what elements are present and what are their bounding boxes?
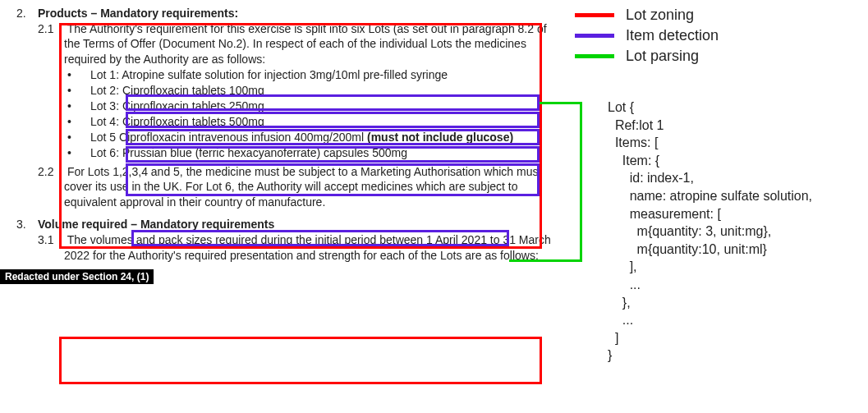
redacted-banner: Redacted under Section 24, (1) [0,269,154,284]
lot-2-item: Ciprofloxacin tablets 100mg [122,84,264,97]
lot-row-5: • Lot 5 Ciprofloxacin intravenous infusi… [90,131,558,145]
lot-row-4: • Lot 4: Ciprofloxacin tablets 500mg [90,115,558,130]
lot-6-item: Prussian blue (ferric hexacyanoferrate) … [122,146,407,159]
parse-l5: id: index-1, [608,171,694,185]
lot-list: • Lot 1: Atropine sulfate solution for i… [90,68,558,160]
para-2-1: 2.1 The Authority's requirement for this… [64,21,558,67]
section-2-num: 2. [16,7,34,20]
legend-swatch-purple [575,34,614,38]
parse-l7: measurement: [ [608,207,721,221]
lot-5-label: Lot 5 [90,131,116,144]
lot-3-item: Ciprofloxacin tablets 250mg [122,99,264,112]
lot-5-item-bold: (must not include glucose) [367,131,513,144]
parse-l13: ... [608,313,633,327]
legend-swatch-green [575,54,614,58]
parse-l6: name: atropine sulfate solution, [608,189,812,203]
lot-4-label: Lot 4: [90,115,119,128]
lot-4-item: Ciprofloxacin tablets 500mg [122,115,264,128]
para-2-2-num: 2.2 [38,164,64,179]
para-2-1-text: The Authority's requirement for this exe… [64,22,547,66]
legend-label-green: Lot parsing [626,48,699,65]
section-3-num: 3. [16,218,34,231]
parse-l4: Item: { [608,154,659,167]
para-2-1-num: 2.1 [38,21,64,36]
legend-row-red: Lot zoning [575,7,719,24]
legend: Lot zoning Item detection Lot parsing [575,7,719,68]
section-2-heading: 2. Products – Mandatory requirements: [16,7,558,20]
parse-l8: m{quantity: 3, unit:mg}, [608,224,771,238]
bullet-icon: • [67,146,71,161]
legend-label-red: Lot zoning [626,7,694,24]
lot-1-label: Lot 1: [90,68,119,81]
lot-5-item-pre: Ciprofloxacin intravenous infusion 400mg… [119,131,367,144]
parse-l15: } [608,348,612,362]
para-3-1-text: The volumes and pack sizes required duri… [64,233,551,261]
bullet-icon: • [67,84,71,99]
legend-row-purple: Item detection [575,27,719,44]
parse-l1: Lot { [608,100,634,114]
section-3-title: Volume required – Mandatory requirements [38,218,274,231]
legend-row-green: Lot parsing [575,48,719,65]
para-2-2: 2.2 For Lots 1,2,3,4 and 5, the medicine… [64,164,558,209]
parse-l14: ] [608,331,618,345]
parse-l12: }, [608,296,631,310]
bullet-icon: • [67,131,71,145]
parse-output: Lot { Ref:lot 1 Items: [ Item: { id: ind… [608,99,812,365]
parse-l10: ], [608,259,637,273]
lot-2-label: Lot 2: [90,84,119,97]
parse-l3: Items: [ [608,135,658,149]
lot-5-item: Ciprofloxacin intravenous infusion 400mg… [119,131,513,144]
para-3-1-num: 3.1 [38,232,64,247]
para-3-1: 3.1 The volumes and pack sizes required … [64,232,558,263]
section-3-heading: 3. Volume required – Mandatory requireme… [16,218,558,231]
lot-row-2: • Lot 2: Ciprofloxacin tablets 100mg [90,84,558,99]
section-2-title: Products – Mandatory requirements: [38,7,238,20]
lot-row-3: • Lot 3: Ciprofloxacin tablets 250mg [90,99,558,114]
bullet-icon: • [67,68,71,83]
lot-3-label: Lot 3: [90,99,119,112]
lot-row-6: • Lot 6: Prussian blue (ferric hexacyano… [90,146,558,161]
legend-swatch-red [575,13,614,17]
lot-parsing-connector-v [580,102,582,262]
lot-6-label: Lot 6: [90,146,119,159]
bullet-icon: • [67,115,71,130]
legend-label-purple: Item detection [626,27,719,44]
para-2-2-text: For Lots 1,2,3,4 and 5, the medicine mus… [64,165,541,209]
lot-row-1: • Lot 1: Atropine sulfate solution for i… [90,68,558,83]
bullet-icon: • [67,99,71,114]
parse-l11: ... [608,278,641,291]
parse-l9: m{quantity:10, unit:ml} [608,242,767,256]
lot-1-item: Atropine sulfate solution for injection … [122,68,448,81]
lot-zoning-box-2 [59,337,542,384]
document-column: 2. Products – Mandatory requirements: 2.… [16,7,558,284]
parse-l2: Ref:lot 1 [608,118,664,132]
